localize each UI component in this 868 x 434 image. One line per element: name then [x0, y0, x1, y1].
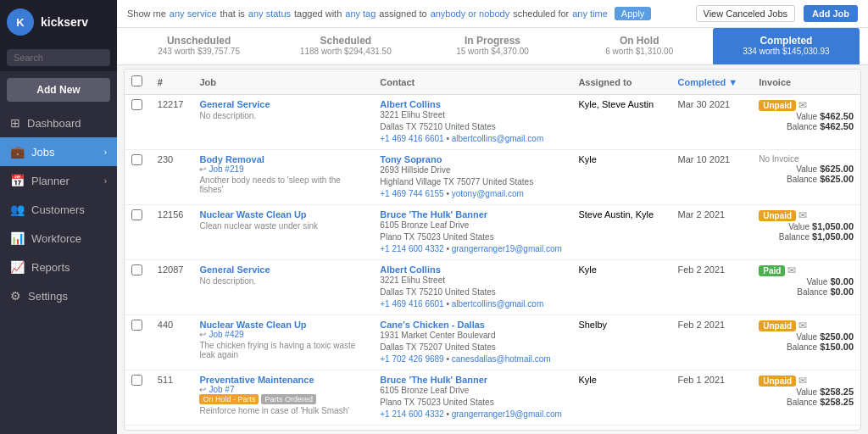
- contact-phone[interactable]: +1 214 600 4332: [380, 409, 443, 419]
- jobs-table-container: # Job Contact Assigned to Completed ▼ In…: [124, 69, 861, 431]
- sidebar-item-label-customers: Customers: [31, 203, 85, 216]
- jobs-icon: 💼: [10, 145, 25, 159]
- completed-date-cell: Mar 10 2021: [670, 150, 752, 205]
- tab-in_progress[interactable]: In Progress 15 worth $4,370.00: [419, 28, 565, 64]
- header-number: #: [151, 70, 193, 95]
- row-checkbox-4[interactable]: [131, 320, 142, 331]
- contact-name-link[interactable]: Bruce 'The Hulk' Banner: [380, 375, 565, 385]
- row-checkbox-1[interactable]: [131, 154, 142, 165]
- tab-on_hold[interactable]: On Hold 6 worth $1,310.00: [566, 28, 713, 64]
- job-sub-link[interactable]: Job #429: [209, 330, 243, 339]
- contact-name-link[interactable]: Bruce 'The Hulk' Banner: [380, 209, 565, 220]
- main-content: Show me any service that is any status t…: [117, 0, 868, 434]
- contact-email-link[interactable]: grangerranger19@gmail.com: [452, 409, 562, 419]
- contact-name-link[interactable]: Cane's Chicken - Dallas: [380, 320, 565, 330]
- job-name-cell: Nuclear Waste Clean Up Clean nuclear was…: [192, 205, 373, 260]
- contact-phone[interactable]: +1 469 744 6155: [380, 189, 443, 198]
- assigned-cell: Kyle: [571, 260, 670, 315]
- on-hold-tag: On Hold - Parts: [199, 394, 259, 404]
- job-name-link[interactable]: Body Removal: [199, 154, 366, 164]
- invoice-status-row: Unpaid ✉: [759, 320, 854, 331]
- completed-date: Feb 2 2021: [677, 320, 725, 330]
- contact-email-link[interactable]: yotony@gmail.com: [452, 189, 524, 198]
- contact-phone-email: +1 214 600 4332 • grangerranger19@gmail.…: [380, 409, 565, 420]
- dashboard-icon: ⊞: [10, 116, 20, 130]
- tab-count-unscheduled: 243 worth $39,757.75: [129, 47, 269, 56]
- job-name-link[interactable]: General Service: [199, 99, 366, 109]
- job-description: No description.: [199, 111, 366, 120]
- view-canceled-button[interactable]: View Canceled Jobs: [696, 5, 795, 22]
- job-name-link[interactable]: Nuclear Waste Clean Up: [199, 209, 366, 220]
- contact-address: 6105 Bronze Leaf DrivePlano TX 75023 Uni…: [380, 220, 565, 243]
- job-number: 12087: [158, 264, 184, 275]
- tab-completed[interactable]: Completed 334 worth $145,030.93: [713, 28, 860, 64]
- contact-phone[interactable]: +1 469 416 6601: [380, 299, 443, 309]
- contact-email-link[interactable]: albertcollins@gmail.com: [452, 134, 544, 143]
- invoice-cell: Unpaid ✉ Value $1,050.00 Balance $1,050.…: [752, 205, 860, 260]
- header-contact: Contact: [373, 70, 571, 95]
- header-completed[interactable]: Completed ▼: [670, 70, 752, 95]
- job-name-link[interactable]: Nuclear Waste Clean Up: [199, 320, 366, 330]
- contact-email-link[interactable]: canesdallas@hotmail.com: [452, 354, 551, 364]
- assigned-to: Kyle, Steve Austin: [578, 99, 654, 109]
- row-checkbox-2[interactable]: [131, 209, 142, 220]
- contact-phone[interactable]: +1 702 426 9689: [380, 354, 443, 364]
- email-icon[interactable]: ✉: [798, 320, 807, 331]
- job-name-link[interactable]: General Service: [199, 264, 366, 275]
- sidebar-item-customers[interactable]: 👥 Customers: [0, 195, 117, 224]
- assigned-to: Shelby: [578, 320, 607, 330]
- invoice-value-row: Value $1,050.00: [759, 221, 854, 231]
- job-sub-link[interactable]: Job #7: [209, 385, 234, 394]
- add-job-button[interactable]: Add Job: [804, 5, 858, 22]
- sidebar-item-settings[interactable]: ⚙ Settings: [0, 281, 117, 310]
- tab-unscheduled[interactable]: Unscheduled 243 worth $39,757.75: [125, 28, 272, 64]
- table-row: 440 Nuclear Waste Clean Up ↩ Job #429 Th…: [125, 315, 860, 370]
- row-checkbox-0[interactable]: [131, 99, 142, 110]
- contact-email-link[interactable]: grangerranger19@gmail.com: [452, 244, 562, 253]
- sidebar-header: K kickserv: [0, 0, 117, 44]
- sidebar-item-jobs[interactable]: 💼 Jobs ›: [0, 137, 117, 166]
- job-description: Reinforce home in case of 'Hulk Smash': [199, 406, 366, 415]
- contact-name-link[interactable]: Tony Soprano: [380, 154, 565, 164]
- assigned-cell: Shelby: [571, 315, 670, 370]
- sidebar-item-dashboard[interactable]: ⊞ Dashboard: [0, 108, 117, 137]
- contact-phone[interactable]: +1 214 600 4332: [380, 244, 443, 253]
- sidebar-item-planner[interactable]: 📅 Planner ›: [0, 166, 117, 195]
- tab-count-scheduled: 1188 worth $294,431.50: [275, 47, 415, 56]
- row-checkbox-5[interactable]: [131, 375, 142, 386]
- job-name-link[interactable]: Preventative Maintenance: [199, 375, 366, 385]
- job-number-cell: 12156: [151, 205, 193, 260]
- completed-date: Mar 30 2021: [677, 99, 730, 109]
- email-icon[interactable]: ✉: [798, 99, 807, 111]
- row-checkbox-cell: [125, 205, 151, 260]
- job-sub-link[interactable]: Job #219: [209, 164, 243, 174]
- search-input[interactable]: [7, 49, 110, 66]
- sidebar-item-workforce[interactable]: 📊 Workforce: [0, 224, 117, 253]
- contact-phone[interactable]: +1 469 416 6601: [380, 134, 443, 143]
- invoice-value: $258.25: [820, 387, 854, 397]
- contact-name-link[interactable]: Albert Collins: [380, 264, 565, 275]
- filter-any-status[interactable]: any status: [248, 8, 291, 19]
- add-new-button[interactable]: Add New: [7, 78, 110, 102]
- completed-date-cell: Feb 2 2021: [670, 315, 752, 370]
- email-icon[interactable]: ✉: [798, 209, 807, 221]
- sidebar-search-container: [0, 44, 117, 71]
- contact-name-link[interactable]: Albert Collins: [380, 99, 565, 109]
- tab-scheduled[interactable]: Scheduled 1188 worth $294,431.50: [272, 28, 419, 64]
- email-icon[interactable]: ✉: [787, 264, 796, 276]
- email-icon[interactable]: ✉: [798, 375, 807, 387]
- row-checkbox-3[interactable]: [131, 264, 142, 275]
- filter-any-time[interactable]: any time: [572, 8, 608, 19]
- filter-anybody[interactable]: anybody or nobody: [431, 8, 510, 19]
- contact-email-link[interactable]: albertcollins@gmail.com: [452, 299, 544, 309]
- sidebar-item-reports[interactable]: 📈 Reports: [0, 253, 117, 281]
- table-row: 12217 General Service No description. Al…: [125, 95, 860, 150]
- job-name-cell: Nuclear Waste Clean Up ↩ Job #429 The ch…: [192, 315, 373, 370]
- select-all-checkbox[interactable]: [131, 75, 142, 86]
- sidebar-item-label-reports: Reports: [31, 261, 70, 274]
- filter-any-tag[interactable]: any tag: [345, 8, 376, 19]
- filter-any-service[interactable]: any service: [170, 8, 217, 19]
- apply-button[interactable]: Apply: [615, 7, 652, 20]
- row-checkbox-cell: [125, 370, 151, 426]
- contact-address: 3221 Elihu StreetDallas TX 75210 United …: [380, 109, 565, 133]
